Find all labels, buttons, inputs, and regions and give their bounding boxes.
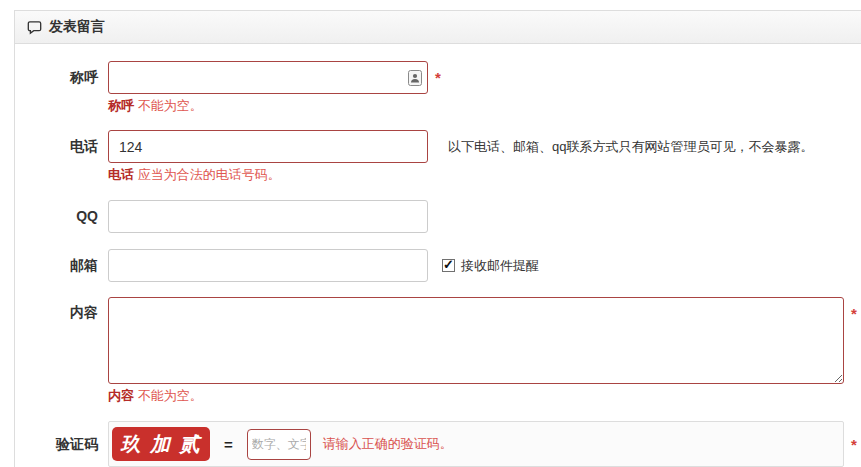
phone-label: 电话	[15, 130, 108, 182]
contact-autofill-icon[interactable]	[408, 70, 422, 90]
email-input[interactable]	[108, 249, 428, 282]
captcha-error-message: 请输入正确的验证码。	[323, 435, 453, 453]
name-error: 称呼 不能为空。	[108, 98, 441, 113]
email-row: 邮箱 接收邮件提醒	[15, 249, 861, 282]
email-label: 邮箱	[15, 249, 108, 282]
captcha-row: 验证码 玖 加 贰 = 请输入正确的验证码。 *	[15, 421, 861, 467]
captcha-equals-sign: =	[224, 436, 233, 453]
qq-row: QQ	[15, 200, 861, 233]
qq-input[interactable]	[108, 200, 428, 233]
captcha-image[interactable]: 玖 加 贰	[112, 427, 210, 461]
name-input[interactable]	[108, 61, 428, 94]
content-label: 内容	[15, 297, 108, 403]
panel-header: 发表留言	[15, 11, 861, 44]
captcha-label: 验证码	[15, 421, 108, 467]
content-textarea[interactable]	[108, 297, 844, 384]
phone-input[interactable]	[108, 130, 428, 163]
comment-bubble-icon	[27, 20, 42, 35]
content-row: 内容 * 内容 不能为空。	[15, 297, 861, 403]
guestbook-panel: 发表留言 称呼	[14, 10, 861, 467]
email-notify-label: 接收邮件提醒	[461, 257, 539, 275]
captcha-input[interactable]	[247, 429, 311, 460]
panel-body: 称呼 *	[15, 44, 861, 467]
email-notify-checkbox[interactable]	[442, 259, 455, 272]
name-error-field: 称呼	[108, 98, 134, 113]
name-error-message: 不能为空。	[138, 98, 203, 113]
qq-label: QQ	[15, 200, 108, 233]
phone-error: 电话 应当为合法的电话号码。	[108, 167, 813, 182]
phone-privacy-note: 以下电话、邮箱、qq联系方式只有网站管理员可见，不会暴露。	[448, 138, 813, 156]
content-required-asterisk: *	[851, 305, 857, 322]
name-required-asterisk: *	[435, 69, 441, 86]
phone-error-message: 应当为合法的电话号码。	[138, 167, 281, 182]
name-label: 称呼	[15, 61, 108, 113]
content-error-message: 不能为空。	[138, 388, 203, 403]
content-error: 内容 不能为空。	[108, 388, 857, 403]
phone-error-field: 电话	[108, 167, 134, 182]
captcha-required-asterisk: *	[851, 436, 857, 453]
captcha-box: 玖 加 贰 = 请输入正确的验证码。	[108, 421, 844, 467]
content-error-field: 内容	[108, 388, 134, 403]
name-row: 称呼 *	[15, 61, 861, 113]
phone-row: 电话 以下电话、邮箱、qq联系方式只有网站管理员可见，不会暴露。 电话 应当为合…	[15, 130, 861, 182]
panel-title: 发表留言	[49, 18, 105, 36]
